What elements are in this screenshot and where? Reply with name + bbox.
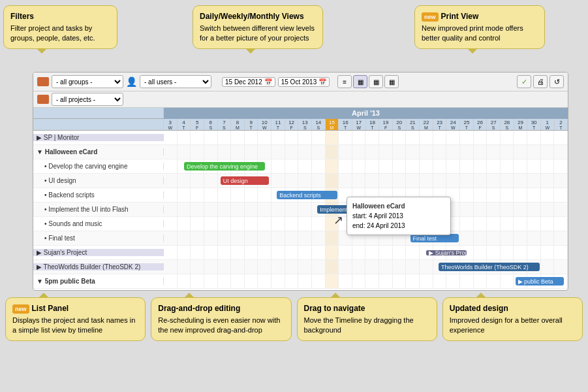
check-button[interactable]: ✓ (517, 75, 531, 88)
callout-print: newPrint View New improved print mode of… (414, 5, 545, 49)
task-row: • Implement the UI into FlashImplement t… (33, 203, 568, 217)
day-col-25: 28S (501, 119, 514, 130)
refresh-button[interactable]: ↺ (549, 75, 564, 88)
callout-filters: Filters Filter project and tasks by grou… (3, 5, 117, 49)
callout-design-title: Updated design (450, 303, 576, 314)
folder-icon-2 (37, 95, 49, 104)
view-btn-1[interactable]: ≡ (337, 75, 352, 88)
date-start: 15 Dec 2012 📅 (222, 77, 275, 87)
project-select[interactable]: - all projects - (52, 93, 123, 106)
day-col-3: 6S (204, 119, 218, 130)
cal-icon-start[interactable]: 📅 (264, 78, 272, 86)
task-row: • Backend scriptsBackend scripts (33, 188, 568, 203)
task-name-cell: ▼ Halloween eCard (33, 148, 164, 155)
day-col-20: 23T (433, 119, 447, 130)
day-col-13: 16T (339, 119, 352, 130)
user-icon: 👤 (126, 76, 137, 87)
bottom-callouts: newList Panel Displays the project and t… (0, 291, 588, 392)
bar-area: ▶ public Beta (164, 274, 568, 288)
cal-icon-end[interactable]: 📅 (318, 78, 326, 86)
day-col-17: 20S (393, 119, 407, 130)
day-col-2: 5F (191, 119, 204, 130)
gantt-tooltip: Halloween eCard start: 4 April 2013 end:… (347, 197, 451, 235)
tooltip-end: end: 24 April 2013 (352, 221, 445, 231)
day-col-11: 14S (312, 119, 326, 130)
bar-area: TheoWorlds Builder (TheoSDK 2) (164, 260, 568, 274)
task-row: ▶ Sujan's Project▶ Sujan's Project (33, 246, 568, 260)
day-col-8: 11T (271, 119, 285, 130)
task-name-cell: ▶ TheoWorlds Builder (TheoSDK 2) (33, 263, 164, 270)
gantt-bar[interactable]: Develop the carving engine (184, 162, 265, 171)
task-row: ▶ SP | Monitor (33, 131, 568, 145)
tooltip-start: start: 4 April 2013 (352, 211, 445, 221)
day-col-21: 24W (446, 119, 460, 130)
left-spacer (33, 119, 164, 130)
day-col-29: 2T (555, 119, 568, 130)
view-btn-4[interactable]: ▦ (384, 75, 399, 88)
gantt-bar[interactable]: ▶ public Beta (516, 277, 564, 286)
day-numbers-row: 3W4T5F6S7S8M9T10W11T12F13S14S15M16T17W18… (33, 119, 568, 131)
day-col-16: 19F (379, 119, 393, 130)
callout-dragdrop: Drag-and-drop editing Re-scheduling is e… (151, 297, 291, 341)
callout-daily-body: Switch between different view levels for… (200, 24, 315, 42)
task-name-cell: • Final test (33, 235, 164, 242)
day-col-4: 7S (218, 119, 232, 130)
tooltip-title: Halloween eCard (352, 201, 445, 211)
bar-area: Develop the carving engine (164, 159, 568, 173)
print-button[interactable]: 🖨 (533, 75, 548, 88)
gantt-bar[interactable]: ▶ Sujan's Project (426, 250, 467, 255)
day-col-9: 12F (285, 119, 299, 130)
main-container: Filters Filter project and tasks by grou… (0, 0, 588, 392)
callout-drag-navigate: Drag to navigate Move the Timeline by dr… (297, 297, 437, 341)
gantt-wrapper: - all groups - 👤 - all users - 15 Dec 20… (33, 72, 568, 291)
left-panel-header (33, 108, 164, 119)
task-name-cell: ▼ 5pm public Beta (33, 278, 164, 285)
day-col-12: 15M (326, 119, 339, 130)
day-col-19: 22M (420, 119, 433, 130)
callout-design-body: Improved design for a better overall exp… (450, 316, 563, 334)
month-header: April '13 (164, 108, 568, 119)
day-col-5: 8M (231, 119, 245, 130)
bar-area (164, 131, 568, 144)
day-col-6: 9T (245, 119, 258, 130)
action-buttons: ✓ 🖨 ↺ (517, 75, 564, 88)
task-rows: ▶ SP | Monitor▼ Halloween eCard• Develop… (33, 131, 568, 289)
bar-area (164, 145, 568, 159)
callout-daily-title: Daily/Weekly/Monthly Views (200, 11, 316, 22)
callout-list-panel: newList Panel Displays the project and t… (5, 297, 146, 341)
task-name-cell: • Sounds and music (33, 220, 164, 227)
task-name-cell: • Implement the UI into Flash (33, 206, 164, 213)
callout-list-title: newList Panel (12, 303, 138, 314)
callout-filters-title: Filters (10, 11, 110, 22)
view-btn-3[interactable]: ▦ (369, 75, 383, 88)
day-col-27: 30T (527, 119, 541, 130)
day-col-22: 25T (460, 119, 474, 130)
gantt-bar[interactable]: Backend scripts (277, 191, 337, 199)
day-col-24: 27S (487, 119, 501, 130)
day-col-15: 18T (366, 119, 380, 130)
bar-area: ▶ Sujan's Project (164, 246, 568, 259)
callout-list-body: Displays the project and task names in a… (12, 316, 135, 334)
timeline-header: April '13 (33, 108, 568, 119)
gantt-content: April '13 3W4T5F6S7S8M9T10W11T12F13S14S1… (33, 108, 568, 289)
bar-area: UI design (164, 174, 568, 188)
gantt-toolbar: - all groups - 👤 - all users - 15 Dec 20… (33, 73, 568, 91)
day-col-0: 3W (164, 119, 178, 130)
callout-dragdrop-title: Drag-and-drop editing (158, 303, 284, 314)
gantt-bar[interactable]: TheoWorlds Builder (TheoSDK 2) (439, 263, 540, 271)
callout-print-body: New improved print mode offers better qu… (422, 24, 523, 42)
task-row: • Sounds and musicSounds and music (33, 217, 568, 231)
gantt-toolbar2: - all projects - (33, 91, 568, 108)
user-select[interactable]: - all users - (140, 75, 211, 88)
callout-print-title: newPrint View (422, 11, 538, 22)
group-select[interactable]: - all groups - (52, 75, 123, 88)
day-col-7: 10W (258, 119, 271, 130)
view-buttons: ≡ ▦ ▦ ▦ (337, 75, 399, 88)
task-row: ▶ TheoWorlds Builder (TheoSDK 2)TheoWorl… (33, 260, 568, 274)
day-col-1: 4T (178, 119, 191, 130)
view-btn-2[interactable]: ▦ (353, 75, 367, 88)
callout-updated-design: Updated design Improved design for a bet… (442, 297, 583, 341)
callout-drag-nav-title: Drag to navigate (304, 303, 430, 314)
gantt-bar[interactable]: UI design (221, 176, 269, 185)
task-name-cell: • UI design (33, 177, 164, 184)
